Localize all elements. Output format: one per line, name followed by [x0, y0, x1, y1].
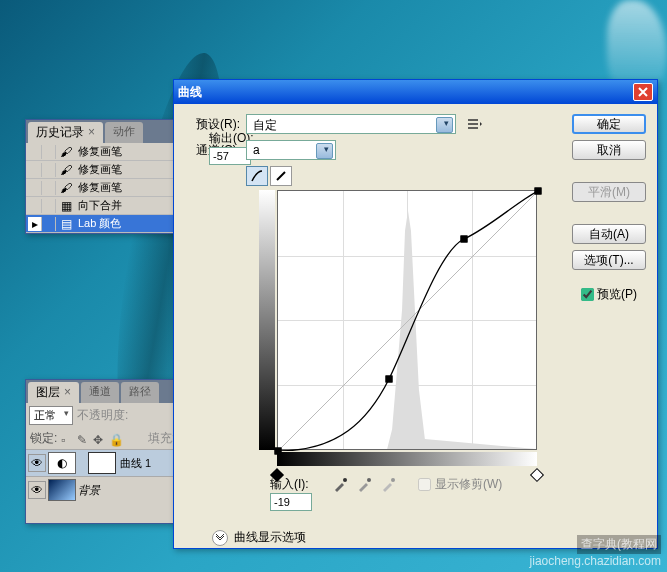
history-item[interactable]: ▦向下合并: [26, 197, 179, 215]
tab-paths[interactable]: 路径: [121, 382, 159, 403]
ok-button[interactable]: 确定: [572, 114, 646, 134]
tab-history[interactable]: 历史记录×: [28, 122, 103, 143]
curve-graph[interactable]: [277, 190, 537, 450]
curve-point[interactable]: [461, 236, 468, 243]
lock-transparent-icon[interactable]: ▫: [61, 433, 73, 445]
adjustment-thumb: ◐: [48, 452, 76, 474]
curves-dialog: 曲线 预设(R): 自定 通道(C): a 输出(O):: [173, 79, 658, 549]
svg-point-2: [367, 478, 371, 482]
dialog-title: 曲线: [178, 84, 202, 101]
brush-icon: 🖌: [59, 145, 73, 159]
watermark: 查字典(教程网 jiaocheng.chazidian.com: [530, 535, 661, 568]
white-eyedropper-icon[interactable]: [380, 477, 396, 493]
visibility-icon[interactable]: 👁: [28, 481, 46, 499]
show-clipping-checkbox[interactable]: 显示修剪(W): [418, 476, 502, 493]
brush-icon: 🖌: [59, 181, 73, 195]
history-item-selected[interactable]: ▸▤Lab 颜色: [26, 215, 179, 233]
blend-mode-select[interactable]: 正常: [29, 406, 73, 425]
titlebar[interactable]: 曲线: [174, 80, 657, 104]
svg-point-1: [343, 478, 347, 482]
history-panel: 历史记录× 动作 🖌修复画笔 🖌修复画笔 🖌修复画笔 ▦向下合并 ▸▤Lab 颜…: [25, 119, 180, 234]
curve-line: [278, 191, 538, 451]
brush-icon: 🖌: [59, 163, 73, 177]
close-icon[interactable]: ×: [88, 125, 95, 139]
black-eyedropper-icon[interactable]: [332, 477, 348, 493]
layer-row[interactable]: 👁 背景: [26, 476, 179, 503]
close-icon: [638, 87, 648, 97]
history-item[interactable]: 🖌修复画笔: [26, 143, 179, 161]
history-tabs: 历史记录× 动作: [26, 120, 179, 143]
smooth-button: 平滑(M): [572, 182, 646, 202]
channel-select[interactable]: a: [246, 140, 336, 160]
gray-eyedropper-icon[interactable]: [356, 477, 372, 493]
curve-point[interactable]: [535, 188, 542, 195]
svg-point-3: [391, 478, 395, 482]
y-gradient: [259, 190, 275, 450]
history-list: 🖌修复画笔 🖌修复画笔 🖌修复画笔 ▦向下合并 ▸▤Lab 颜色: [26, 143, 179, 233]
layers-tabs: 图层× 通道 路径: [26, 380, 179, 403]
lock-all-icon[interactable]: 🔒: [109, 433, 121, 445]
chevron-down-icon: [216, 534, 224, 542]
output-field[interactable]: [209, 147, 251, 165]
curve-point[interactable]: [386, 376, 393, 383]
layers-panel: 图层× 通道 路径 正常 不透明度: 锁定: ▫ ✎ ✥ 🔒 填充: 👁 ◐ 曲…: [25, 379, 180, 524]
close-button[interactable]: [633, 83, 653, 101]
mode-icon: ▤: [59, 217, 73, 231]
preset-select[interactable]: 自定: [246, 114, 456, 134]
history-item[interactable]: 🖌修复画笔: [26, 161, 179, 179]
layer-name[interactable]: 背景: [78, 483, 100, 498]
input-field[interactable]: [270, 493, 312, 511]
preset-menu-icon[interactable]: [468, 118, 484, 130]
cancel-button[interactable]: 取消: [572, 140, 646, 160]
preview-checkbox[interactable]: 预览(P): [581, 286, 637, 303]
layer-thumb: [48, 479, 76, 501]
x-gradient: [277, 452, 537, 466]
tab-layers[interactable]: 图层×: [28, 382, 79, 403]
layer-row[interactable]: 👁 ◐ 曲线 1: [26, 449, 179, 476]
visibility-icon[interactable]: 👁: [28, 454, 46, 472]
tab-actions[interactable]: 动作: [105, 122, 143, 143]
mask-thumb[interactable]: [88, 452, 116, 474]
layer-name[interactable]: 曲线 1: [120, 456, 151, 471]
fill-label: 填充:: [148, 430, 175, 447]
expand-label: 曲线显示选项: [234, 529, 306, 546]
curve-draw-tool[interactable]: [270, 166, 292, 186]
lock-position-icon[interactable]: ✥: [93, 433, 105, 445]
tab-channels[interactable]: 通道: [81, 382, 119, 403]
history-item[interactable]: 🖌修复画笔: [26, 179, 179, 197]
auto-button[interactable]: 自动(A): [572, 224, 646, 244]
close-icon[interactable]: ×: [64, 385, 71, 399]
opacity-label: 不透明度:: [77, 407, 128, 424]
lock-pixels-icon[interactable]: ✎: [77, 433, 89, 445]
expand-options-button[interactable]: [212, 530, 228, 546]
lock-label: 锁定:: [30, 430, 57, 447]
options-button[interactable]: 选项(T)...: [572, 250, 646, 270]
merge-icon: ▦: [59, 199, 73, 213]
